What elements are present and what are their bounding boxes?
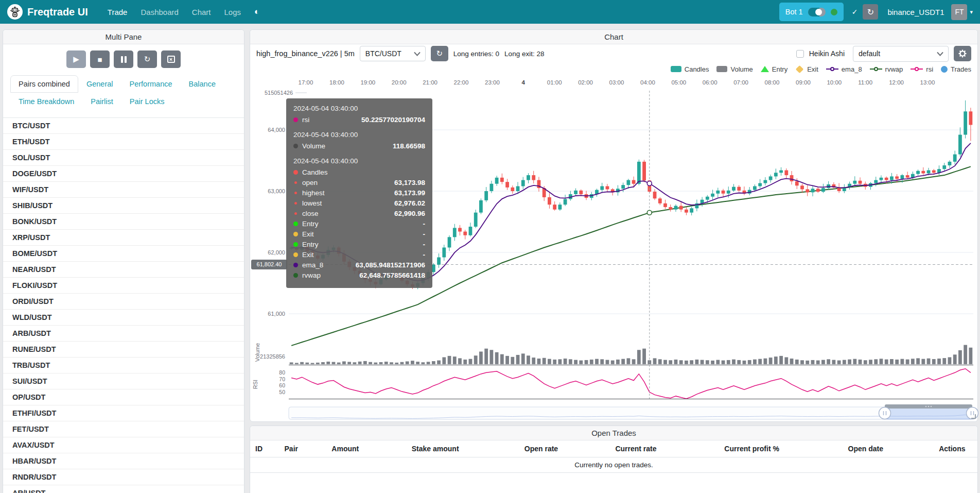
tab-balance[interactable]: Balance xyxy=(181,75,224,93)
svg-text:05:00: 05:00 xyxy=(671,79,686,86)
pair-item-doge[interactable]: DOGE/USDT xyxy=(3,166,244,182)
tab-general[interactable]: General xyxy=(78,75,121,93)
ema_8-swatch-icon xyxy=(826,69,838,70)
play-button[interactable]: ▶ xyxy=(66,50,86,68)
pair-item-near[interactable]: NEAR/USDT xyxy=(3,262,244,278)
pair-item-rune[interactable]: RUNE/USDT xyxy=(3,342,244,358)
legend-trades[interactable]: Trades xyxy=(941,65,971,73)
pair-item-rndr[interactable]: RNDR/USDT xyxy=(3,469,244,485)
tooltip-row-exit: Exit- xyxy=(293,230,425,238)
pair-item-fet[interactable]: FET/USDT xyxy=(3,421,244,437)
legend-exit[interactable]: Exit xyxy=(795,65,818,73)
legend-label: Entry xyxy=(772,65,787,73)
bot-selector[interactable]: Bot 1 xyxy=(779,3,844,21)
pair-item-op[interactable]: OP/USDT xyxy=(3,389,244,405)
pair-item-hbar[interactable]: HBAR/USDT xyxy=(3,453,244,469)
pair-item-sol[interactable]: SOL/USDT xyxy=(3,150,244,166)
pair-item-trb[interactable]: TRB/USDT xyxy=(3,358,244,373)
tab-time-breakdown[interactable]: Time Breakdown xyxy=(10,93,82,110)
stop-button[interactable]: ■ xyxy=(90,50,110,68)
volume-series: 21325856Volume xyxy=(254,343,973,365)
tab-pairlist[interactable]: Pairlist xyxy=(82,93,121,110)
resize-handle[interactable] xyxy=(971,414,976,419)
pair-select[interactable]: BTC/USDT xyxy=(360,46,426,61)
reload-button[interactable]: ↻ xyxy=(137,50,157,68)
pair-item-arb[interactable]: ARB/USDT xyxy=(3,326,244,342)
bot-controls: ▶■↻× xyxy=(3,50,244,68)
pause-button[interactable] xyxy=(114,50,133,68)
tooltip-row-close: close62,990.96 xyxy=(293,210,425,217)
entry-swatch-icon xyxy=(761,66,769,72)
legend-volume[interactable]: Volume xyxy=(716,65,752,73)
caret-down-icon[interactable]: ▾ xyxy=(970,9,973,15)
svg-text:63,000: 63,000 xyxy=(268,188,285,194)
pair-item-sui[interactable]: SUI/USDT xyxy=(3,373,244,389)
clear-button[interactable]: × xyxy=(161,50,181,68)
chart-refresh-button[interactable]: ↻ xyxy=(431,46,448,61)
svg-text:4: 4 xyxy=(522,79,526,86)
nav-item-logs[interactable]: Logs xyxy=(224,8,241,16)
svg-text:19:00: 19:00 xyxy=(360,79,375,86)
pair-item-ethfi[interactable]: ETHFI/USDT xyxy=(3,405,244,421)
nav-item-dashboard[interactable]: Dashboard xyxy=(141,8,178,16)
time-axis: 17:0018:0019:0020:0021:0022:0023:00401:0… xyxy=(299,79,935,86)
pair-item-xrp[interactable]: XRP/USDT xyxy=(3,230,244,246)
series-dot-icon xyxy=(293,117,298,122)
plot-config-value: default xyxy=(859,49,880,58)
svg-text:21325856: 21325856 xyxy=(260,353,285,360)
plot-config-select[interactable]: default xyxy=(853,46,949,62)
series-dot-icon xyxy=(294,192,297,194)
avatar-initials: FT xyxy=(955,8,964,16)
column-amount: Amount xyxy=(326,440,406,457)
legend-candles[interactable]: Candles xyxy=(671,65,709,73)
nav-item-chart[interactable]: Chart xyxy=(192,8,211,16)
svg-text:22:00: 22:00 xyxy=(454,79,469,86)
tab-performance[interactable]: Performance xyxy=(121,75,181,93)
legend-ema_8[interactable]: ema_8 xyxy=(826,65,862,73)
pair-item-btc[interactable]: BTC/USDT xyxy=(3,118,244,134)
avatar[interactable]: FT xyxy=(951,4,967,20)
tab-pairs-combined[interactable]: Pairs combined xyxy=(10,75,78,93)
nav-item-trade[interactable]: Trade xyxy=(108,8,128,16)
long-entries-stat: Long entries: 0 xyxy=(453,50,499,58)
series-dot-icon xyxy=(293,222,298,226)
empty-message: Currently no open trades. xyxy=(250,457,977,473)
candlestick-chart[interactable]: 64,00063,00062,00061,00051505142617:0018… xyxy=(250,75,977,420)
svg-text:12:00: 12:00 xyxy=(889,79,904,86)
datazoom-selection[interactable] xyxy=(885,407,972,419)
legend-label: ema_8 xyxy=(842,65,862,73)
legend-rvwap[interactable]: rvwap xyxy=(870,65,903,73)
svg-text:06:00: 06:00 xyxy=(703,79,717,86)
tab-pair-locks[interactable]: Pair Locks xyxy=(121,93,173,110)
pair-item-bonk[interactable]: BONK/USDT xyxy=(3,214,244,230)
datazoom-left-handle[interactable] xyxy=(879,407,891,419)
pair-item-avax[interactable]: AVAX/USDT xyxy=(3,437,244,453)
tooltip-row-volume: Volume118.66598 xyxy=(293,142,425,150)
multi-pane-title: Multi Pane xyxy=(3,30,244,44)
bot-toggle[interactable] xyxy=(808,8,826,16)
pair-item-ordi[interactable]: ORDI/USDT xyxy=(3,294,244,310)
tooltip-row-candles: Candles xyxy=(293,168,425,176)
pair-item-ar[interactable]: AR/USDT xyxy=(3,485,244,493)
theme-toggle-icon[interactable]: ◐ xyxy=(254,7,259,17)
column-pair: Pair xyxy=(279,440,327,457)
plot-settings-button[interactable] xyxy=(954,46,971,61)
pair-item-shib[interactable]: SHIB/USDT xyxy=(3,198,244,214)
legend-rsi[interactable]: rsi xyxy=(911,65,933,73)
pause-icon xyxy=(121,56,127,63)
datazoom-slider[interactable] xyxy=(289,404,978,419)
heikin-ashi-checkbox[interactable] xyxy=(796,50,804,58)
stop-icon: ■ xyxy=(97,55,102,64)
freqtrade-logo-icon xyxy=(7,4,23,20)
pair-item-eth[interactable]: ETH/USDT xyxy=(3,134,244,150)
pair-item-wld[interactable]: WLD/USDT xyxy=(3,310,244,326)
series-dot-icon xyxy=(293,273,298,278)
global-refresh-button[interactable]: ↻ xyxy=(863,4,878,20)
rvwap-hover-marker xyxy=(647,210,652,215)
svg-text:08:00: 08:00 xyxy=(765,79,780,86)
pair-item-floki[interactable]: FLOKI/USDT xyxy=(3,278,244,294)
pair-item-wif[interactable]: WIF/USDT xyxy=(3,182,244,198)
legend-label: Candles xyxy=(685,65,709,73)
legend-entry[interactable]: Entry xyxy=(761,65,787,73)
pair-item-bome[interactable]: BOME/USDT xyxy=(3,246,244,262)
